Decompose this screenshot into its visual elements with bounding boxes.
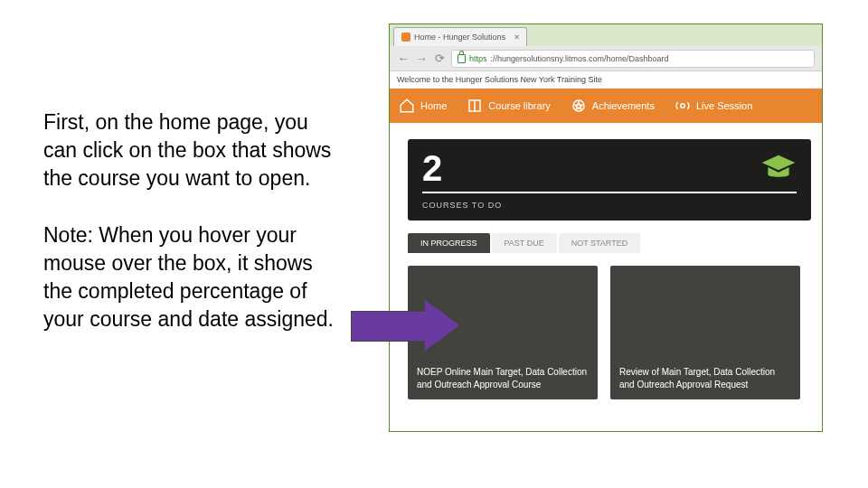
instruction-text: First, on the home page, you can click o… xyxy=(43,108,342,362)
nav-course-library[interactable]: Course library xyxy=(467,98,550,114)
forward-arrow-icon[interactable]: → xyxy=(415,52,428,65)
main-nav: Home Course library Achievements Live Se… xyxy=(390,89,822,123)
tab-title: Home - Hunger Solutions xyxy=(414,33,505,42)
back-arrow-icon[interactable]: ← xyxy=(397,52,410,65)
courses-count: 2 xyxy=(422,150,442,186)
callout-arrow-icon xyxy=(351,300,459,351)
star-icon xyxy=(571,98,587,114)
close-tab-icon[interactable]: × xyxy=(514,33,519,42)
svg-point-1 xyxy=(681,104,685,108)
home-icon xyxy=(399,98,415,114)
broadcast-icon xyxy=(675,98,691,114)
instruction-p1: First, on the home page, you can click o… xyxy=(43,108,342,192)
graduation-cap-icon xyxy=(760,152,797,186)
welcome-banner: Welcome to the Hunger Solutions New York… xyxy=(390,71,822,89)
courses-label: COURSES TO DO xyxy=(422,201,797,210)
url-input[interactable]: https://hungersolutionsny.litmos.com/hom… xyxy=(451,50,815,68)
course-card-2-title: Review of Main Target, Data Collection a… xyxy=(610,357,800,399)
dashboard: 2 COURSES TO DO IN PROGRESS PAST DUE NOT… xyxy=(390,123,822,399)
address-bar: ← → ⟳ https://hungersolutionsny.litmos.c… xyxy=(390,46,822,71)
url-https: https xyxy=(469,54,487,63)
course-cards-row: NOEP Online Main Target, Data Collection… xyxy=(408,266,811,399)
tab-past-due[interactable]: PAST DUE xyxy=(492,233,557,253)
course-card-2[interactable]: Review of Main Target, Data Collection a… xyxy=(610,266,800,399)
course-card-1-title: NOEP Online Main Target, Data Collection… xyxy=(408,357,598,399)
browser-screenshot: Home - Hunger Solutions × ← → ⟳ https://… xyxy=(389,23,823,432)
lock-icon xyxy=(458,54,466,63)
status-tabs: IN PROGRESS PAST DUE NOT STARTED xyxy=(408,233,811,253)
courses-stat-card: 2 COURSES TO DO xyxy=(408,139,811,221)
url-rest: ://hungersolutionsny.litmos.com/home/Das… xyxy=(491,54,669,63)
book-icon xyxy=(467,98,483,114)
browser-tab-strip: Home - Hunger Solutions × xyxy=(390,24,822,46)
nav-live-session[interactable]: Live Session xyxy=(675,98,752,114)
instruction-p2: Note: When you hover your mouse over the… xyxy=(43,221,342,333)
browser-tab[interactable]: Home - Hunger Solutions × xyxy=(393,27,527,46)
welcome-text: Welcome to the Hunger Solutions New York… xyxy=(397,75,602,84)
nav-library-label: Course library xyxy=(488,100,550,111)
nav-home-label: Home xyxy=(420,100,447,111)
nav-home[interactable]: Home xyxy=(399,98,447,114)
nav-live-label: Live Session xyxy=(696,100,752,111)
nav-achievements[interactable]: Achievements xyxy=(571,98,655,114)
reload-icon[interactable]: ⟳ xyxy=(433,52,446,65)
stat-divider xyxy=(422,192,797,193)
tab-not-started[interactable]: NOT STARTED xyxy=(559,233,641,253)
nav-achievements-label: Achievements xyxy=(592,100,655,111)
site-favicon-icon xyxy=(401,33,410,42)
tab-in-progress[interactable]: IN PROGRESS xyxy=(408,233,490,253)
